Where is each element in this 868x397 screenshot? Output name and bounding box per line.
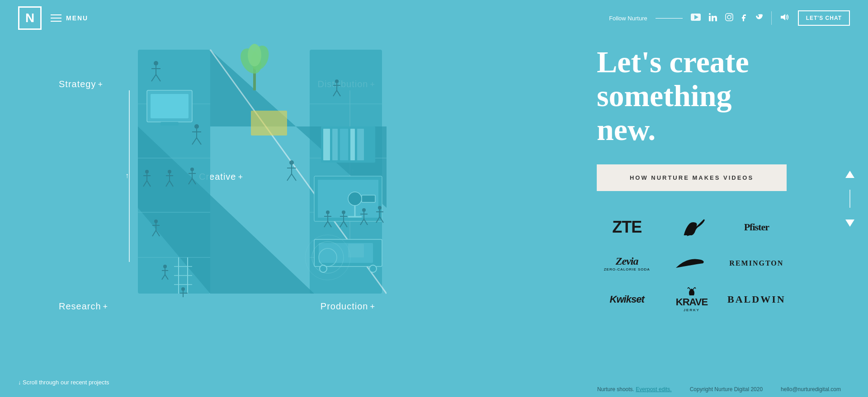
nike-logo xyxy=(661,250,722,277)
svg-point-42 xyxy=(348,192,362,206)
nav-arrow-up[interactable] xyxy=(845,170,854,181)
svg-marker-7 xyxy=(781,14,785,20)
remington-logo: REMINGTON xyxy=(726,250,787,277)
svg-rect-26 xyxy=(332,129,338,160)
nav-arrows xyxy=(845,170,854,228)
logo-box[interactable]: N xyxy=(18,6,42,30)
svg-marker-133 xyxy=(845,220,854,227)
svg-rect-29 xyxy=(357,129,364,160)
linkedin-icon[interactable] xyxy=(709,13,717,23)
svg-point-125 xyxy=(248,44,261,66)
menu-button[interactable]: MENU xyxy=(51,14,88,22)
svg-line-131 xyxy=(695,287,696,289)
svg-point-96 xyxy=(378,206,382,210)
logo-n: N xyxy=(25,12,34,24)
svg-point-6 xyxy=(731,14,732,15)
kwikset-logo: Kwikset xyxy=(597,286,657,313)
svg-rect-33 xyxy=(319,243,373,263)
hero-heading: Let's create something new. xyxy=(597,45,832,146)
svg-point-5 xyxy=(727,15,731,19)
header-right: Follow Nurture xyxy=(609,10,850,26)
facebook-icon[interactable] xyxy=(741,13,746,23)
svg-line-128 xyxy=(689,287,690,290)
everpost-link[interactable]: Everpost edits. xyxy=(636,386,671,392)
email[interactable]: hello@nurturedigital.com xyxy=(781,386,841,392)
svg-point-111 xyxy=(181,287,185,291)
svg-rect-25 xyxy=(323,129,330,160)
svg-line-104 xyxy=(287,174,292,181)
pfister-logo: Pfister xyxy=(726,214,787,241)
illustration-area: Strategy+ Distribution+ Creative+ Resear… xyxy=(59,18,389,334)
zevia-logo: Zevia ZERO-CALORIE SODA xyxy=(597,250,657,277)
svg-line-105 xyxy=(292,174,296,181)
strategy-label[interactable]: Strategy+ xyxy=(59,79,103,89)
vimeo-icon[interactable] xyxy=(754,13,763,23)
nurture-shoots: Nurture shoots. Everpost edits. xyxy=(597,386,672,392)
nav-arrow-down[interactable] xyxy=(845,217,854,228)
svg-point-66 xyxy=(190,168,194,171)
follow-line xyxy=(656,18,683,19)
cta-button[interactable]: HOW NURTURE MAKES VIDEOS xyxy=(597,164,787,191)
svg-point-46 xyxy=(154,61,158,65)
lets-chat-button[interactable]: LET'S CHAT xyxy=(798,10,850,26)
krave-logo: KRAVE JERKY xyxy=(661,286,722,313)
follow-label: Follow Nurture xyxy=(609,15,647,22)
svg-point-3 xyxy=(709,13,711,15)
scroll-label: ↓ Scroll through our recent projects xyxy=(18,379,109,386)
youtube-icon[interactable] xyxy=(691,14,701,23)
svg-rect-121 xyxy=(251,111,287,135)
scroll-indicator: ↓ Scroll through our recent projects xyxy=(18,379,109,386)
svg-marker-132 xyxy=(845,171,854,178)
menu-label: MENU xyxy=(66,14,88,22)
n-illustration xyxy=(133,36,387,307)
header: N MENU Follow Nurture xyxy=(0,0,868,36)
header-left: N MENU xyxy=(18,6,88,30)
svg-point-61 xyxy=(168,170,171,173)
svg-rect-43 xyxy=(362,195,375,202)
puma-logo xyxy=(661,214,722,241)
svg-point-35 xyxy=(369,265,377,272)
svg-rect-22 xyxy=(151,94,189,118)
svg-point-86 xyxy=(342,210,345,214)
svg-point-81 xyxy=(326,210,330,214)
svg-point-91 xyxy=(362,208,366,212)
zte-logo: ZTE xyxy=(597,214,657,241)
svg-point-76 xyxy=(335,79,339,83)
svg-rect-23 xyxy=(160,122,179,126)
instagram-icon[interactable] xyxy=(725,13,733,23)
hamburger-icon xyxy=(51,14,61,22)
svg-line-130 xyxy=(693,287,695,290)
svg-rect-36 xyxy=(348,244,364,257)
baldwin-logo: BALDWIN xyxy=(726,286,787,313)
svg-point-101 xyxy=(289,160,294,165)
brands-grid: ZTE Pfister Zevia ZERO-CALORIE SODA xyxy=(597,214,787,313)
sound-icon[interactable] xyxy=(780,13,790,23)
research-label[interactable]: Research+ xyxy=(59,301,108,312)
svg-point-106 xyxy=(163,265,167,268)
header-divider xyxy=(771,11,772,25)
right-content: Let's create something new. HOW NURTURE … xyxy=(597,45,832,313)
vert-line-left xyxy=(129,90,130,262)
svg-point-51 xyxy=(194,124,199,129)
footer: Nurture shoots. Everpost edits. Copyrigh… xyxy=(597,386,841,397)
svg-point-56 xyxy=(145,170,149,173)
n-shape-svg xyxy=(133,36,387,307)
svg-point-71 xyxy=(154,220,158,223)
svg-rect-27 xyxy=(340,129,348,160)
svg-rect-28 xyxy=(350,129,355,160)
arrow-left-up: ↑ xyxy=(125,172,129,180)
svg-rect-2 xyxy=(709,16,711,21)
svg-line-129 xyxy=(688,287,689,289)
copyright: Copyright Nurture Digital 2020 xyxy=(690,386,763,392)
nav-dash xyxy=(849,190,850,208)
